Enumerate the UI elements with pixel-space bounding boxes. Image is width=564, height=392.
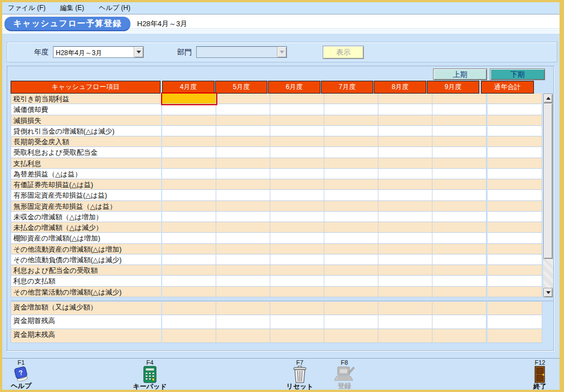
value-cell[interactable]: [216, 244, 270, 254]
value-cell[interactable]: [432, 169, 487, 179]
value-cell[interactable]: [432, 315, 487, 329]
value-cell[interactable]: [432, 222, 487, 233]
value-cell[interactable]: [216, 233, 270, 243]
value-cell[interactable]: [324, 147, 378, 158]
value-cell[interactable]: [216, 222, 270, 233]
value-cell[interactable]: [270, 190, 324, 200]
value-cell[interactable]: [378, 179, 432, 190]
value-cell[interactable]: [378, 190, 432, 200]
value-cell[interactable]: [270, 169, 324, 179]
value-cell[interactable]: [162, 276, 216, 286]
value-cell[interactable]: [378, 315, 432, 329]
value-cell[interactable]: [488, 94, 542, 104]
value-cell[interactable]: [324, 115, 378, 126]
value-cell[interactable]: [378, 233, 432, 243]
value-cell[interactable]: [378, 104, 432, 115]
value-cell[interactable]: [488, 244, 542, 254]
value-cell[interactable]: [378, 329, 432, 343]
value-cell[interactable]: [270, 315, 324, 329]
value-cell[interactable]: [432, 212, 487, 222]
value-cell[interactable]: [270, 276, 324, 286]
value-cell[interactable]: [488, 233, 542, 243]
value-cell[interactable]: [488, 276, 542, 286]
value-cell[interactable]: [378, 94, 432, 104]
value-cell[interactable]: [378, 222, 432, 233]
value-cell[interactable]: [378, 158, 432, 169]
value-cell[interactable]: [324, 212, 378, 222]
value-cell[interactable]: [162, 190, 216, 200]
value-cell[interactable]: [378, 201, 432, 212]
value-cell[interactable]: [488, 315, 542, 329]
value-cell[interactable]: [270, 329, 324, 343]
tab-second-half[interactable]: 下期: [490, 68, 545, 80]
value-cell[interactable]: [216, 254, 270, 265]
value-cell[interactable]: [488, 169, 542, 179]
toolbar-button-f1[interactable]: F1?ヘルプ: [3, 359, 40, 390]
value-cell[interactable]: [378, 244, 432, 254]
value-cell[interactable]: [162, 287, 216, 297]
value-cell[interactable]: [216, 104, 270, 115]
value-cell[interactable]: [432, 201, 487, 212]
value-cell[interactable]: [324, 169, 378, 179]
value-cell[interactable]: [270, 233, 324, 243]
value-cell[interactable]: [488, 201, 542, 212]
vertical-scrollbar[interactable]: [543, 94, 553, 297]
value-cell[interactable]: [270, 201, 324, 212]
value-cell[interactable]: [432, 147, 487, 158]
value-cell[interactable]: [324, 201, 378, 212]
value-cell[interactable]: [488, 179, 542, 190]
value-cell[interactable]: [324, 233, 378, 243]
value-cell[interactable]: [488, 126, 542, 136]
scroll-up-button[interactable]: [543, 94, 553, 103]
toolbar-button-f7[interactable]: F7リセット: [281, 359, 318, 390]
value-cell[interactable]: [488, 222, 542, 233]
menu-item[interactable]: 編集 (E): [59, 2, 85, 14]
value-cell[interactable]: [432, 276, 487, 286]
value-cell[interactable]: [488, 212, 542, 222]
value-cell[interactable]: [378, 254, 432, 265]
value-cell[interactable]: [162, 115, 216, 126]
value-cell[interactable]: [324, 302, 378, 316]
value-cell[interactable]: [378, 276, 432, 286]
value-cell[interactable]: [270, 302, 324, 316]
value-cell[interactable]: [216, 190, 270, 200]
value-cell[interactable]: [162, 265, 216, 276]
menu-item[interactable]: ヘルプ (H): [98, 2, 132, 14]
value-cell[interactable]: [162, 201, 216, 212]
toolbar-button-f4[interactable]: F4キーパッド: [132, 359, 168, 390]
value-cell[interactable]: [216, 315, 270, 329]
value-cell[interactable]: [216, 287, 270, 297]
value-cell[interactable]: [162, 222, 216, 233]
value-cell[interactable]: [162, 169, 216, 179]
value-cell[interactable]: [270, 158, 324, 169]
value-cell[interactable]: [432, 179, 487, 190]
value-cell[interactable]: [324, 158, 378, 169]
value-cell[interactable]: [324, 94, 378, 104]
value-cell[interactable]: [162, 244, 216, 254]
toolbar-button-f12[interactable]: F12終了: [522, 359, 558, 390]
value-cell[interactable]: [432, 265, 487, 276]
value-cell[interactable]: [324, 276, 378, 286]
value-cell[interactable]: [270, 115, 324, 126]
tab-first-half[interactable]: 上期: [433, 68, 487, 80]
value-cell[interactable]: [432, 254, 487, 265]
value-cell[interactable]: [432, 302, 487, 316]
value-cell[interactable]: [216, 265, 270, 276]
year-select-arrow-button[interactable]: [134, 47, 143, 57]
value-cell[interactable]: [162, 104, 216, 115]
value-cell[interactable]: [216, 94, 270, 104]
value-cell[interactable]: [432, 233, 487, 243]
value-cell[interactable]: [162, 179, 216, 190]
value-cell[interactable]: [488, 329, 542, 343]
value-cell[interactable]: [378, 287, 432, 297]
value-cell[interactable]: [488, 254, 542, 265]
scrollbar-thumb[interactable]: [543, 103, 553, 259]
value-cell[interactable]: [488, 104, 542, 115]
value-cell[interactable]: [270, 212, 324, 222]
value-cell[interactable]: [216, 115, 270, 126]
value-cell[interactable]: [378, 302, 432, 316]
scrollbar-track[interactable]: [543, 259, 553, 288]
value-cell[interactable]: [216, 201, 270, 212]
value-cell[interactable]: [162, 315, 216, 329]
value-cell[interactable]: [488, 147, 542, 158]
